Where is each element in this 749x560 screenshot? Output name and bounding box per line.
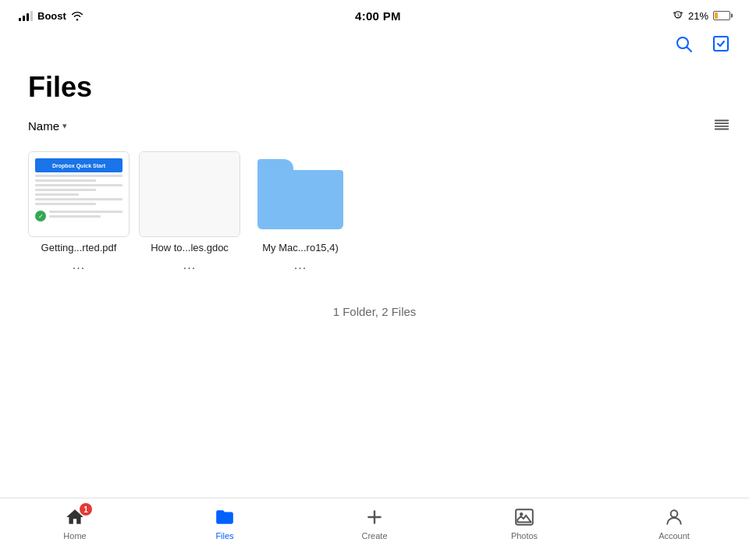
- pdf-line: [35, 184, 122, 186]
- search-button[interactable]: [671, 31, 696, 58]
- file-more-button-pdf[interactable]: ···: [66, 260, 91, 277]
- svg-point-11: [671, 510, 678, 517]
- nav-item-home[interactable]: 1 Home: [44, 506, 106, 541]
- home-icon-wrap: 1: [62, 506, 87, 528]
- bottom-nav: 1 Home Files Create Pho: [0, 498, 749, 560]
- nav-item-account[interactable]: Account: [643, 506, 705, 541]
- nav-item-files[interactable]: Files: [193, 506, 256, 541]
- battery-percent: 21%: [688, 10, 708, 22]
- pdf-line: [35, 189, 96, 191]
- files-icon-wrap: [212, 506, 237, 528]
- file-name-folder: My Mac...ro15,4): [262, 242, 339, 255]
- file-thumbnail-folder[interactable]: [250, 151, 351, 237]
- status-left: Boost: [19, 10, 83, 22]
- wifi-icon: [71, 10, 83, 21]
- sort-bar: Name ▾: [0, 116, 749, 145]
- pdf-bottom: ✓: [35, 211, 122, 222]
- sort-label: Name: [28, 119, 59, 133]
- signal-icon: [19, 10, 33, 21]
- carrier-label: Boost: [37, 10, 66, 22]
- photos-icon-wrap: [512, 506, 537, 528]
- nav-label-files: Files: [215, 531, 233, 541]
- select-button[interactable]: [708, 31, 733, 58]
- nav-label-home: Home: [63, 531, 86, 541]
- svg-line-1: [687, 48, 692, 52]
- pdf-line: [49, 215, 101, 218]
- nav-label-account: Account: [658, 531, 690, 541]
- pdf-line: [35, 179, 96, 182]
- home-badge: 1: [80, 503, 92, 516]
- top-actions: [0, 28, 749, 65]
- svg-point-9: [520, 512, 523, 516]
- battery-fill: [715, 12, 718, 19]
- list-view-icon: [713, 116, 730, 133]
- nav-label-create: Create: [361, 531, 387, 541]
- chevron-down-icon: ▾: [62, 121, 67, 131]
- account-icon-wrap: [662, 506, 687, 528]
- nav-item-photos[interactable]: Photos: [493, 506, 556, 541]
- file-thumbnail-gdoc[interactable]: [139, 151, 240, 237]
- page-title: Files: [0, 65, 749, 116]
- pdf-line: [35, 198, 122, 200]
- file-item-gdoc: How to...les.gdoc ···: [139, 151, 240, 277]
- pdf-line: [49, 211, 122, 213]
- folder-body: [257, 170, 343, 229]
- nav-label-photos: Photos: [511, 531, 538, 541]
- gdoc-preview: [140, 152, 240, 236]
- sort-button[interactable]: Name ▾: [28, 119, 67, 133]
- status-bar: Boost 4:00 PM 21%: [0, 0, 749, 28]
- pdf-line: [35, 193, 79, 196]
- battery-icon: [713, 11, 730, 20]
- svg-rect-2: [714, 37, 728, 51]
- file-name-pdf: Getting...rted.pdf: [41, 242, 117, 255]
- file-item-pdf: Dropbox Quick Start ✓ Getting...rted.pdf: [28, 151, 130, 277]
- photos-icon: [514, 507, 534, 527]
- search-icon: [674, 34, 693, 53]
- file-thumbnail-pdf[interactable]: Dropbox Quick Start ✓: [28, 151, 130, 237]
- view-toggle-button[interactable]: [713, 116, 730, 136]
- file-more-button-gdoc[interactable]: ···: [177, 260, 202, 277]
- pdf-line: [35, 203, 96, 205]
- pdf-check-icon: ✓: [35, 211, 46, 222]
- create-icon-wrap: [362, 506, 387, 528]
- create-icon: [364, 507, 385, 527]
- status-time: 4:00 PM: [355, 9, 401, 23]
- summary-text: 1 Folder, 2 Files: [0, 289, 749, 334]
- select-icon: [712, 34, 730, 53]
- pdf-preview: Dropbox Quick Start ✓: [29, 152, 129, 236]
- files-icon: [215, 507, 235, 527]
- file-name-gdoc: How to...les.gdoc: [151, 242, 229, 255]
- file-item-folder: My Mac...ro15,4) ···: [250, 151, 351, 277]
- pdf-header: Dropbox Quick Start: [35, 158, 122, 172]
- folder-shape: [257, 159, 343, 229]
- account-icon: [664, 507, 684, 527]
- nav-item-create[interactable]: Create: [343, 506, 406, 541]
- files-grid: Dropbox Quick Start ✓ Getting...rted.pdf: [0, 145, 749, 289]
- file-more-button-folder[interactable]: ···: [288, 260, 313, 277]
- status-right: 21%: [673, 10, 730, 22]
- alarm-icon: [673, 10, 683, 21]
- pdf-line: [35, 175, 122, 177]
